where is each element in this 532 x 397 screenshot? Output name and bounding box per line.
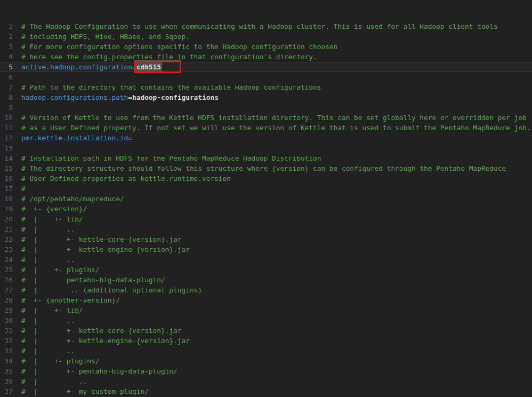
- code-line[interactable]: 14# Installation path in HDFS for the Pe…: [0, 153, 532, 163]
- code-line[interactable]: 26# | pentaho-big-data-plugin/: [0, 275, 532, 285]
- line-number: 30: [0, 315, 13, 325]
- comment-text: # | +- plugins/: [21, 357, 99, 365]
- code-line[interactable]: 3# For more configuration options specif…: [0, 42, 532, 52]
- code-line[interactable]: 17#: [0, 184, 532, 194]
- line-content: #: [21, 184, 26, 194]
- comment-text: # | +- my-custom-plugin/: [21, 387, 149, 395]
- comment-text: # +- {version}/: [21, 205, 87, 213]
- code-editor[interactable]: 1# The Hadoop Configuration to use when …: [0, 0, 532, 397]
- code-line[interactable]: 35# | +- pentaho-big-data-plugin/: [0, 366, 532, 376]
- line-content: active.hadoop.configuration=cdh515: [21, 62, 181, 72]
- selected-property-value: cdh515: [135, 62, 162, 72]
- comment-text: # | +- plugins/: [21, 266, 99, 274]
- code-line[interactable]: 18# /opt/pentaho/mapreduce/: [0, 194, 532, 204]
- line-content: # | +- plugins/: [21, 265, 99, 275]
- line-content: # | ..: [21, 224, 75, 234]
- line-content: # | +- plugins/: [21, 356, 99, 366]
- line-number: 6: [0, 72, 13, 82]
- code-line[interactable]: 15# The directory structure should follo…: [0, 163, 532, 173]
- line-number: 25: [0, 265, 13, 275]
- line-content: # +- {version}/: [21, 204, 87, 214]
- comment-text: # Path to the directory that contains th…: [21, 83, 321, 91]
- code-line[interactable]: 33# | ..: [0, 346, 532, 356]
- property-value: hadoop-configurations: [132, 93, 219, 101]
- comment-text: # | ..: [21, 377, 87, 385]
- code-line[interactable]: 19# +- {version}/: [0, 204, 532, 214]
- code-line[interactable]: 11# as a User Defined property. If not s…: [0, 123, 532, 133]
- code-line[interactable]: 20# | +- lib/: [0, 214, 532, 224]
- line-number: 17: [0, 184, 13, 194]
- code-line[interactable]: 36# | ..: [0, 376, 532, 386]
- line-content: # The directory structure should follow …: [21, 163, 506, 173]
- comment-text: # The directory structure should follow …: [21, 164, 506, 172]
- line-number: 4: [0, 52, 13, 62]
- comment-text: # User Defined properties as kettle.runt…: [21, 174, 231, 182]
- code-line[interactable]: 10# Version of Kettle to use from the Ke…: [0, 113, 532, 123]
- property-key: pmr.kettle.installation.id: [21, 134, 128, 142]
- line-number: 14: [0, 153, 13, 163]
- code-line[interactable]: 1# The Hadoop Configuration to use when …: [0, 21, 532, 31]
- code-line[interactable]: 9: [0, 102, 532, 113]
- comment-text: #: [21, 185, 26, 193]
- code-line[interactable]: 13: [0, 143, 532, 153]
- code-line[interactable]: 4# here see the config.properties file i…: [0, 52, 532, 62]
- code-line[interactable]: 31# | +- kettle-core-{version}.jar: [0, 325, 532, 336]
- line-content: # Version of Kettle to use from the Kett…: [21, 113, 527, 123]
- comment-text: # | +- kettle-core-{version}.jar: [21, 235, 181, 243]
- code-line[interactable]: 37# | +- my-custom-plugin/: [0, 386, 532, 396]
- line-number: 20: [0, 214, 13, 224]
- line-number: 11: [0, 123, 13, 133]
- comment-text: # | +- lib/: [21, 306, 83, 314]
- comment-text: # | ..: [21, 316, 75, 324]
- code-line[interactable]: 30# | ..: [0, 315, 532, 325]
- line-content: # here see the config.properties file in…: [21, 52, 317, 62]
- comment-text: # as a User Defined property. If not set…: [21, 124, 530, 132]
- line-content: # | ..: [21, 376, 87, 386]
- property-key: hadoop.configurations.path: [21, 93, 128, 101]
- code-line[interactable]: 7# Path to the directory that contains t…: [0, 82, 532, 92]
- line-number: 26: [0, 275, 13, 285]
- comment-text: # here see the config.properties file in…: [21, 53, 317, 61]
- line-content: # Installation path in HDFS for the Pent…: [21, 153, 321, 163]
- line-content: # | .. (additional optional plugins): [21, 285, 202, 295]
- line-content: # | +- kettle-core-{version}.jar: [21, 325, 181, 336]
- line-number: 32: [0, 336, 13, 346]
- line-number: 37: [0, 386, 13, 396]
- line-number: 1: [0, 21, 13, 31]
- line-content: # /opt/pentaho/mapreduce/: [21, 194, 124, 204]
- line-content: # For more configuration options specifi…: [21, 42, 337, 52]
- line-content: # User Defined properties as kettle.runt…: [21, 173, 231, 184]
- comment-text: # Version of Kettle to use from the Kett…: [21, 114, 527, 122]
- code-line[interactable]: 27# | .. (additional optional plugins): [0, 285, 532, 295]
- code-line[interactable]: 16# User Defined properties as kettle.ru…: [0, 173, 532, 184]
- line-number: 36: [0, 376, 13, 386]
- line-number: 24: [0, 255, 13, 265]
- line-number: 22: [0, 234, 13, 244]
- code-line[interactable]: 21# | ..: [0, 224, 532, 234]
- code-line[interactable]: 12pmr.kettle.installation.id=: [0, 133, 532, 143]
- comment-text: # | ..: [21, 347, 75, 355]
- line-content: # | +- lib/: [21, 214, 83, 224]
- code-line[interactable]: 25# | +- plugins/: [0, 265, 532, 275]
- comment-text: # | ..: [21, 256, 75, 264]
- code-line[interactable]: 29# | +- lib/: [0, 305, 532, 315]
- code-line[interactable]: 34# | +- plugins/: [0, 356, 532, 366]
- line-number: 16: [0, 173, 13, 184]
- line-content: # | +- kettle-engine-{version}.jar: [21, 244, 190, 255]
- code-line[interactable]: 5active.hadoop.configuration=cdh515: [0, 62, 532, 72]
- code-line[interactable]: 6: [0, 72, 532, 82]
- code-line[interactable]: 8hadoop.configurations.path=hadoop-confi…: [0, 92, 532, 102]
- code-line[interactable]: 28# +- {another-version}/: [0, 295, 532, 305]
- code-line[interactable]: 32# | +- kettle-engine-{version}.jar: [0, 336, 532, 346]
- line-number: 33: [0, 346, 13, 356]
- code-line[interactable]: 22# | +- kettle-core-{version}.jar: [0, 234, 532, 244]
- line-number: 7: [0, 82, 13, 92]
- code-line[interactable]: 2# including HDFS, Hive, HBase, and Sqoo…: [0, 31, 532, 42]
- line-number: 21: [0, 224, 13, 234]
- line-content: # | pentaho-big-data-plugin/: [21, 275, 165, 285]
- line-content: # | +- my-custom-plugin/: [21, 386, 149, 396]
- equals-sign: =: [128, 134, 132, 142]
- code-line[interactable]: 23# | +- kettle-engine-{version}.jar: [0, 244, 532, 255]
- line-number: 15: [0, 163, 13, 173]
- code-line[interactable]: 24# | ..: [0, 255, 532, 265]
